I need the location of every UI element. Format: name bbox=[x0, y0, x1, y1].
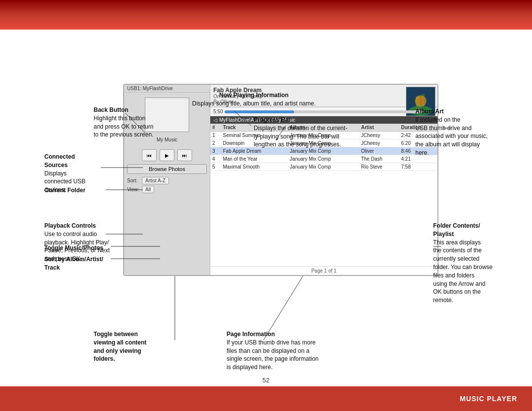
annotation-folder-contents-title: Folder Contents/ Playlist bbox=[433, 222, 480, 238]
progress-area: 5:50 8:46 bbox=[210, 107, 437, 116]
row-artist: The Dash bbox=[359, 155, 399, 163]
annotation-current-folder-title: Current Folder bbox=[44, 187, 85, 194]
annotation-page-info-desc: If your USB thumb drive has more files t… bbox=[227, 339, 319, 371]
annotation-album-art-desc: If included on the USB thumb drive and a… bbox=[415, 116, 488, 156]
main-content: VIZIO ▷◁ Music USB1: MyFlashDrive My Mus… bbox=[30, 34, 502, 381]
path-icon: ◁ bbox=[213, 117, 217, 123]
bottom-bar: MUSIC PLAYER bbox=[0, 386, 532, 411]
sort-value: Artist A-Z bbox=[142, 177, 169, 184]
music-player-label: MUSIC PLAYER bbox=[460, 395, 517, 403]
annotation-album-art-title: Album Art bbox=[415, 108, 444, 115]
annotation-back-desc: Highlight this button and press OK to re… bbox=[94, 115, 153, 138]
view-value: All bbox=[142, 186, 154, 193]
controls-area: ⏮ ▶ ⏭ Browse Photos Sort: bbox=[124, 146, 210, 198]
current-time: 5:50 bbox=[213, 109, 223, 114]
annotation-back-button: Back Button Highlight this button and pr… bbox=[94, 106, 153, 139]
annotation-folder-contents-desc: This area displays the contents of the c… bbox=[433, 239, 493, 304]
play-pause-button[interactable]: ▶ bbox=[160, 149, 174, 161]
next-icon: ⏭ bbox=[182, 153, 187, 158]
annotation-now-playing-title: Now Playing Information bbox=[219, 92, 289, 99]
row-num: 5 bbox=[210, 163, 221, 171]
svg-point-5 bbox=[417, 97, 424, 104]
col-artist: Artist bbox=[359, 124, 399, 132]
annotation-connected-title: Connected Sources bbox=[44, 153, 75, 169]
annotation-toggle-viewing: Toggle between viewing all content and o… bbox=[94, 330, 146, 363]
next-button[interactable]: ⏭ bbox=[177, 149, 192, 161]
annotation-progress-desc: Displays the duration of the current- ly… bbox=[254, 125, 347, 148]
row-album: January Mix Comp bbox=[288, 155, 359, 163]
col-num: # bbox=[210, 124, 221, 132]
sort-label: Sort: bbox=[127, 178, 142, 183]
tv-screen: VIZIO ▷◁ Music USB1: MyFlashDrive My Mus… bbox=[123, 84, 438, 276]
row-num: 4 bbox=[210, 155, 221, 163]
play-controls: ⏮ ▶ ⏭ bbox=[127, 149, 207, 161]
browse-photos-button[interactable]: Browse Photos bbox=[127, 164, 207, 174]
row-artist: JCheesy bbox=[359, 132, 399, 139]
annotation-playback-title: Playback Controls bbox=[44, 222, 96, 229]
row-num: 2 bbox=[210, 139, 221, 147]
progress-track bbox=[225, 110, 423, 113]
row-track: Man of the Year bbox=[221, 155, 288, 163]
annotation-toggle-music-title: Toggle Music/Photos bbox=[44, 244, 103, 251]
row-artist: JCheesy bbox=[359, 139, 399, 147]
annotation-progress-title: Progress Bar bbox=[254, 116, 291, 123]
row-artist: Oliver bbox=[359, 147, 399, 155]
annotation-album-art: Album Art If included on the USB thumb d… bbox=[415, 107, 488, 157]
sort-view-area: Sort: Artist A-Z View: All bbox=[127, 177, 207, 193]
annotation-now-playing: Now Playing Information Displays song ti… bbox=[192, 91, 316, 108]
row-track: Maximal Smooth bbox=[221, 163, 288, 171]
page-info: Page 1 of 1 bbox=[210, 266, 437, 275]
annotation-sort-by-title: Sort by Album/Artist/ Track bbox=[44, 256, 103, 271]
prev-icon: ⏮ bbox=[147, 153, 152, 158]
content-panel: Fab Apple Dream On January Mix Comp By O… bbox=[210, 85, 437, 275]
annotation-page-info: Page Information If your USB thumb drive… bbox=[227, 330, 319, 372]
row-num: 1 bbox=[210, 132, 221, 139]
annotation-now-playing-desc: Displays song title, album title, and ar… bbox=[192, 100, 316, 107]
annotation-current-folder: Current Folder bbox=[44, 186, 85, 195]
annotation-toggle-music: Toggle Music/Photos bbox=[44, 244, 103, 252]
annotation-page-info-title: Page Information bbox=[227, 331, 275, 338]
annotation-sort-by: Sort by Album/Artist/ Track bbox=[44, 255, 103, 272]
view-row: View: All bbox=[127, 186, 207, 193]
annotation-folder-contents: Folder Contents/ Playlist This area disp… bbox=[433, 222, 493, 305]
row-num: 3 bbox=[210, 147, 221, 155]
annotation-progress: Progress Bar Displays the duration of th… bbox=[254, 116, 347, 149]
annotation-toggle-viewing-title: Toggle between viewing all content and o… bbox=[94, 331, 146, 362]
top-bar bbox=[0, 0, 532, 30]
play-icon: ▶ bbox=[165, 153, 169, 158]
sort-row: Sort: Artist A-Z bbox=[127, 177, 207, 184]
table-row[interactable]: 4 Man of the Year January Mix Comp The D… bbox=[210, 155, 437, 163]
annotation-back-title: Back Button bbox=[94, 106, 129, 113]
table-row[interactable]: 5 Maximal Smooth January Mix Comp Rio St… bbox=[210, 163, 437, 171]
row-duration: 7:58 bbox=[399, 163, 437, 171]
view-label: View: bbox=[127, 187, 142, 192]
progress-fill bbox=[225, 110, 294, 113]
row-artist: Rio Steve bbox=[359, 163, 399, 171]
prev-button[interactable]: ⏮ bbox=[142, 149, 157, 161]
row-album: January Mix Comp bbox=[288, 163, 359, 171]
